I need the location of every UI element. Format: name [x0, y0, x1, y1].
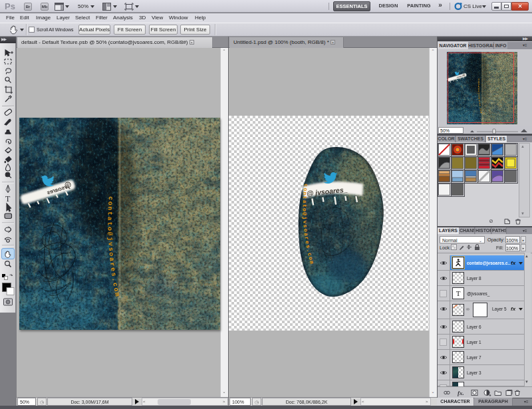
- svg-text:T: T: [5, 194, 11, 204]
- svg-text:fx.: fx.: [458, 390, 464, 396]
